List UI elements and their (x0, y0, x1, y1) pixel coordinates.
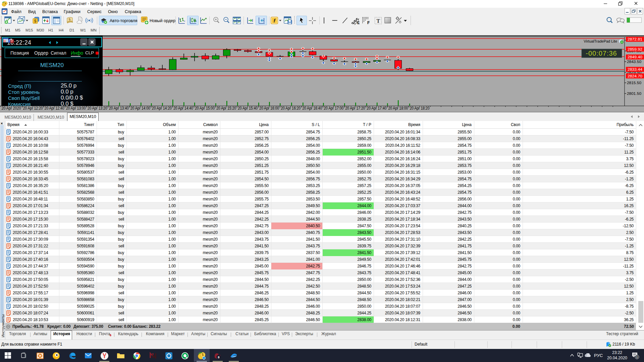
svg-text:T: T (376, 18, 380, 24)
svg-text:2815.50: 2815.50 (627, 81, 641, 85)
svg-text:1: 1 (636, 355, 638, 359)
svg-text:2849.40: 2849.40 (628, 55, 642, 59)
svg-text:2833.44: 2833.44 (628, 67, 642, 71)
svg-text:2872.81: 2872.81 (628, 37, 642, 41)
svg-text:8: 8 (218, 355, 219, 359)
svg-text:VirtualTradePad Lite: VirtualTradePad Lite (584, 39, 617, 43)
svg-text:2843.50: 2843.50 (627, 60, 641, 64)
svg-text:$: $ (34, 19, 37, 23)
svg-text:F: F (367, 20, 370, 25)
svg-text:2801.50: 2801.50 (627, 92, 641, 96)
svg-text:2824.70: 2824.70 (628, 74, 642, 78)
svg-text:-00:07:36: -00:07:36 (586, 50, 617, 57)
svg-text:5: 5 (5, 2, 6, 5)
svg-text:E: E (357, 21, 360, 25)
svg-text:5: 5 (202, 353, 204, 357)
svg-text:2859.92: 2859.92 (628, 47, 642, 51)
